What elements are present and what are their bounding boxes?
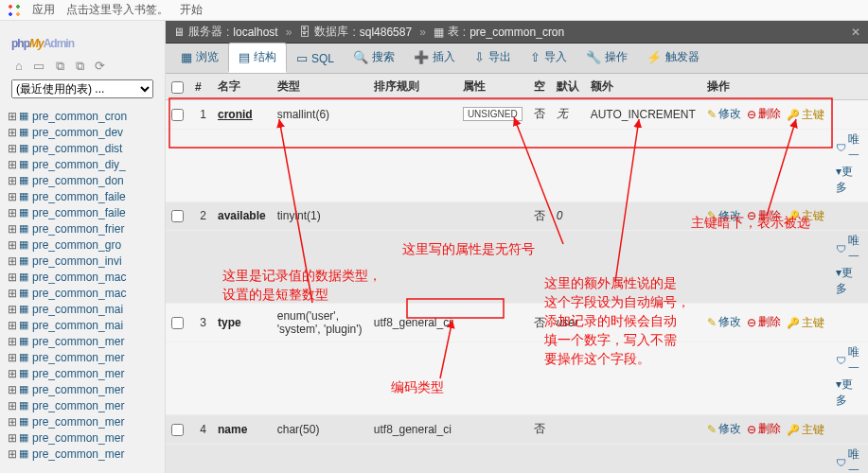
row-checkbox[interactable] — [171, 210, 184, 222]
expand-icon[interactable]: ⊞ — [6, 174, 19, 187]
edit-button[interactable]: 修改 — [707, 106, 741, 122]
expand-icon[interactable]: ⊞ — [6, 383, 19, 396]
column-name[interactable]: name — [218, 423, 247, 436]
drop-button[interactable]: 删除 — [747, 421, 781, 437]
expand-icon[interactable]: ⊞ — [6, 206, 19, 219]
drop-button[interactable]: 删除 — [747, 106, 781, 122]
expand-icon[interactable]: ⊞ — [6, 222, 19, 236]
edit-button[interactable]: 修改 — [707, 314, 741, 330]
tab-浏览[interactable]: ▦浏览 — [171, 44, 228, 73]
expand-icon[interactable]: ⊞ — [6, 367, 19, 380]
th-attr[interactable]: 属性 — [457, 74, 528, 100]
tree-item[interactable]: ⊞▦pre_common_dev — [6, 124, 159, 140]
tab-导出[interactable]: ⇩导出 — [465, 44, 521, 73]
tree-item[interactable]: ⊞▦pre_common_mai — [6, 317, 159, 333]
tree-item[interactable]: ⊞▦pre_common_don — [6, 172, 159, 188]
tree-label: pre_common_frier — [32, 222, 124, 236]
tree-item[interactable]: ⊞▦pre_common_dist — [6, 140, 159, 156]
row-checkbox[interactable] — [171, 317, 184, 329]
crumb-db[interactable]: sql486587 — [360, 26, 412, 39]
expand-icon[interactable]: ⊞ — [6, 447, 19, 461]
expand-icon[interactable]: ⊞ — [6, 254, 19, 268]
column-name[interactable]: cronid — [218, 108, 253, 121]
tree-item[interactable]: ⊞▦pre_common_faile — [6, 204, 159, 220]
apps-label[interactable]: 应用 — [32, 2, 55, 18]
tree-item[interactable]: ⊞▦pre_common_mac — [6, 269, 159, 285]
tree-item[interactable]: ⊞▦pre_common_mer — [6, 429, 159, 446]
tree-item[interactable]: ⊞▦pre_common_mer — [6, 397, 159, 413]
tab-导入[interactable]: ⇧导入 — [521, 44, 576, 73]
expand-icon[interactable]: ⊞ — [6, 158, 19, 171]
primary-key-button[interactable]: 主键 — [787, 107, 824, 123]
tree-item[interactable]: ⊞▦pre_common_mer — [6, 365, 159, 381]
close-icon[interactable]: ✕ — [851, 26, 860, 39]
expand-icon[interactable]: ⊞ — [6, 335, 19, 348]
row-checkbox[interactable] — [171, 109, 184, 121]
th-name[interactable]: 名字 — [212, 74, 272, 100]
tree-item[interactable]: ⊞▦pre_common_mai — [6, 301, 159, 317]
expand-icon[interactable]: ⊞ — [6, 238, 19, 252]
tree-item[interactable]: ⊞▦pre_common_frier — [6, 220, 159, 236]
tab-SQL[interactable]: ▭SQL — [287, 45, 344, 73]
tree-item[interactable]: ⊞▦pre_common_mer — [6, 349, 159, 365]
more-button[interactable]: ▾更多 — [836, 377, 853, 407]
th-type[interactable]: 类型 — [272, 74, 368, 100]
sidebar-quick-icons[interactable]: ⌂ ▭ ⧉ ⧉ ⟳ — [15, 59, 159, 74]
crumb-server[interactable]: localhost — [233, 26, 277, 39]
primary-key-button[interactable]: 主键 — [787, 208, 824, 224]
expand-icon[interactable]: ⊞ — [6, 431, 19, 445]
drop-button[interactable]: 删除 — [747, 208, 781, 224]
row-checkbox[interactable] — [171, 424, 184, 436]
tree-item[interactable]: ⊞▦pre_common_mer — [6, 413, 159, 429]
unique-button[interactable]: 唯一 — [836, 447, 862, 474]
expand-icon[interactable]: ⊞ — [6, 190, 19, 203]
unique-button[interactable]: 唯一 — [836, 131, 862, 164]
primary-key-button[interactable]: 主键 — [787, 315, 824, 331]
th-null[interactable]: 空 — [528, 74, 551, 100]
tree-item[interactable]: ⊞▦pre_common_mer — [6, 381, 159, 397]
expand-icon[interactable]: ⊞ — [6, 142, 19, 155]
tree-label: pre_common_faile — [32, 190, 126, 203]
tree-item[interactable]: ⊞▦pre_common_mer — [6, 446, 159, 462]
recent-tables-select[interactable]: (最近使用的表) ... — [11, 79, 153, 98]
expand-icon[interactable]: ⊞ — [6, 415, 19, 429]
column-name[interactable]: type — [218, 316, 241, 329]
tree-item[interactable]: ⊞▦pre_common_diy_ — [6, 156, 159, 172]
tree-item[interactable]: ⊞▦pre_common_gro — [6, 236, 159, 253]
tab-操作[interactable]: 🔧操作 — [576, 44, 637, 73]
edit-button[interactable]: 修改 — [707, 208, 741, 224]
primary-key-button[interactable]: 主键 — [787, 422, 824, 438]
expand-icon[interactable]: ⊞ — [6, 399, 19, 412]
expand-icon[interactable]: ⊞ — [6, 110, 19, 123]
unique-button[interactable]: 唯一 — [836, 344, 862, 377]
expand-icon[interactable]: ⊞ — [6, 271, 19, 284]
th-default[interactable]: 默认 — [551, 74, 585, 100]
bookmark-start[interactable]: 开始 — [180, 2, 203, 18]
crumb-tbl[interactable]: pre_common_cron — [469, 26, 564, 39]
unique-button[interactable]: 唯一 — [836, 233, 862, 265]
expand-icon[interactable]: ⊞ — [6, 303, 19, 316]
tab-触发器[interactable]: ⚡触发器 — [637, 44, 709, 73]
tree-item[interactable]: ⊞▦pre_common_mer — [6, 333, 159, 349]
edit-button[interactable]: 修改 — [707, 421, 741, 437]
tab-结构[interactable]: ▤结构 — [228, 43, 287, 73]
tree-item[interactable]: ⊞▦pre_common_invi — [6, 253, 159, 269]
more-button[interactable]: ▾更多 — [836, 266, 853, 295]
drop-button[interactable]: 删除 — [747, 314, 781, 330]
bookmark-hint[interactable]: 点击这里导入书签。 — [66, 2, 168, 18]
expand-icon[interactable]: ⊞ — [6, 287, 19, 300]
column-name[interactable]: available — [218, 209, 266, 222]
more-button[interactable]: ▾更多 — [836, 165, 853, 194]
th-collation[interactable]: 排序规则 — [368, 74, 457, 100]
check-all[interactable] — [171, 81, 184, 94]
tab-插入[interactable]: ➕插入 — [404, 44, 465, 73]
tree-label: pre_common_diy_ — [32, 158, 126, 171]
tree-item[interactable]: ⊞▦pre_common_cron — [6, 108, 159, 124]
th-extra[interactable]: 额外 — [585, 74, 701, 100]
tree-item[interactable]: ⊞▦pre_common_mac — [6, 285, 159, 301]
expand-icon[interactable]: ⊞ — [6, 351, 19, 364]
expand-icon[interactable]: ⊞ — [6, 319, 19, 332]
tree-item[interactable]: ⊞▦pre_common_faile — [6, 188, 159, 204]
expand-icon[interactable]: ⊞ — [6, 126, 19, 139]
tab-搜索[interactable]: 🔍搜索 — [344, 44, 404, 73]
